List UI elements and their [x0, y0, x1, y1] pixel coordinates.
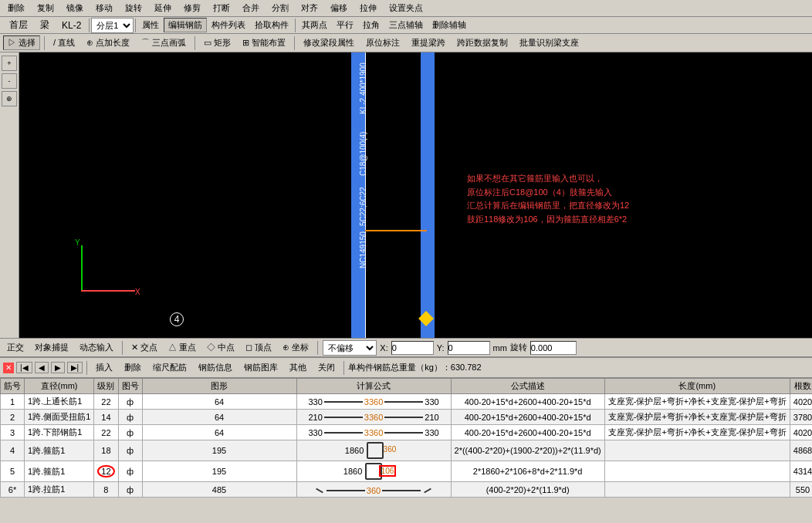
total-weight-label: 单构件钢筋总重量（kg）：630.782: [348, 362, 481, 373]
mirror-btn[interactable]: 镜像: [62, 1, 88, 15]
del-row-btn[interactable]: 删除: [120, 360, 146, 375]
rebar-lib-btn[interactable]: 钢筋图库: [239, 360, 283, 375]
re-span-btn[interactable]: 重提梁跨: [407, 35, 450, 50]
delete-btn[interactable]: 删除: [3, 1, 29, 15]
table-close-btn[interactable]: ✕: [3, 363, 14, 373]
rotate-btn[interactable]: 旋转: [120, 1, 147, 15]
pan-btn[interactable]: ⊕: [2, 91, 17, 106]
cell-name: 1跨.侧面受扭筋1: [25, 410, 94, 425]
nav-prev-btn[interactable]: ◀: [35, 362, 49, 373]
zoom-out-btn[interactable]: -: [2, 73, 17, 89]
cell-level: ф: [118, 410, 142, 425]
snap-btn[interactable]: 对象捕提: [31, 340, 73, 355]
table-row: 1 1跨.上通长筋1 22 ф 64 330 3360 330: [1, 394, 813, 410]
batch-id-btn[interactable]: 批量识别梁支座: [515, 35, 584, 50]
x-input[interactable]: [391, 341, 434, 355]
midpoint-btn[interactable]: △ 重点: [164, 340, 200, 355]
ortho-btn[interactable]: 正交: [3, 340, 28, 355]
cell-diameter: 8: [94, 482, 118, 498]
rebar-info-btn[interactable]: 钢筋信息: [194, 360, 237, 375]
col-length: 长度(mm): [604, 379, 790, 394]
cell-length: 4020: [790, 394, 812, 410]
edit-rebar-btn[interactable]: 编辑钢筋: [164, 18, 207, 32]
other-btn[interactable]: 其他: [285, 360, 311, 375]
dynamic-input-btn[interactable]: 动态输入: [76, 340, 117, 355]
nav-first-btn[interactable]: |◀: [16, 362, 32, 373]
menu-beam[interactable]: 梁: [34, 17, 56, 33]
circle-4: 4: [170, 312, 184, 326]
cell-figno: 195: [142, 440, 296, 461]
member-list-btn[interactable]: 构件列表: [207, 18, 250, 32]
cell-id: 6*: [1, 482, 25, 498]
smart-layout-btn[interactable]: ⊞ 智能布置: [238, 35, 290, 50]
col-count: 根数: [790, 379, 812, 394]
three-arc-btn[interactable]: ⌒ 三点画弧: [137, 35, 191, 50]
close-table-btn[interactable]: 关闭: [313, 360, 340, 375]
setgrip-btn[interactable]: 设置夹点: [384, 1, 428, 15]
col-level: 级别: [94, 379, 118, 394]
table-row: 2 1跨.侧面受扭筋1 14 ф 64 210 3360 210: [1, 410, 813, 425]
modify-span-btn[interactable]: 修改梁段属性: [299, 35, 359, 50]
cell-desc: 支座宽-保护层+弯折+净长+支座宽-保护层+弯折: [604, 425, 790, 440]
beam-stirrup: C18@100(4): [359, 132, 367, 176]
stretch-btn[interactable]: 拉伸: [355, 1, 381, 15]
move-btn[interactable]: 移动: [91, 1, 117, 15]
cell-level: ф: [118, 440, 142, 461]
menu-layer[interactable]: 首层: [3, 17, 34, 33]
zoom-in-btn[interactable]: +: [2, 56, 17, 71]
menu-kl2[interactable]: KL-2: [56, 19, 87, 32]
pull-corner-btn[interactable]: 拉角: [358, 18, 384, 32]
nav-next-btn[interactable]: ▶: [51, 362, 65, 373]
cell-shape: 360: [296, 482, 451, 498]
beam-extra: 5C22;6C22: [359, 187, 367, 226]
point-len-btn[interactable]: ⊕ 点加长度: [82, 35, 134, 50]
insert-btn[interactable]: 插入: [91, 360, 117, 375]
cell-name: 1跨.上通长筋1: [25, 394, 94, 410]
line-btn[interactable]: / 直线: [49, 35, 80, 50]
center-btn[interactable]: ◇ 中点: [203, 340, 239, 355]
select-btn[interactable]: ▷ 选择: [3, 35, 40, 50]
rebar-table: 筋号 直径(mm) 级别 图号 图形 计算公式 公式描述 长度(mm) 根数 搭…: [0, 378, 812, 498]
offset-btn[interactable]: 偏移: [326, 1, 352, 15]
cell-diameter: 22: [94, 425, 118, 440]
copy-btn[interactable]: 复制: [32, 1, 59, 15]
col-desc: 公式描述: [451, 379, 604, 394]
cell-formula: 2*((400-2*20)+(1900-2*20))+2*(11.9*d): [451, 440, 604, 461]
intersect-btn[interactable]: ✕ 交点: [127, 340, 161, 355]
offset-select[interactable]: 不偏移: [323, 340, 377, 356]
cell-name: 1跨.拉筋1: [25, 482, 94, 498]
split-btn[interactable]: 分割: [267, 1, 293, 15]
cell-figno: 64: [142, 410, 296, 425]
two-points-btn[interactable]: 其两点: [297, 18, 332, 32]
pick-member-btn[interactable]: 拾取构件: [250, 18, 293, 32]
col-formula: 计算公式: [296, 379, 451, 394]
del-aux-btn[interactable]: 删除辅轴: [428, 18, 471, 32]
y-input[interactable]: [448, 341, 490, 355]
scale-rebar-btn[interactable]: 缩尺配筋: [148, 360, 191, 375]
align-btn[interactable]: 对齐: [296, 1, 323, 15]
cell-level: ф: [118, 461, 142, 482]
span-copy-btn[interactable]: 跨距数据复制: [452, 35, 513, 50]
parallel-btn[interactable]: 平行: [332, 18, 358, 32]
blue-column-right: [421, 52, 435, 338]
break-btn[interactable]: 打断: [208, 1, 235, 15]
trim-btn[interactable]: 修剪: [179, 1, 205, 15]
vertex-btn[interactable]: ◻ 顶点: [242, 340, 276, 355]
extend-btn[interactable]: 延伸: [150, 1, 176, 15]
col-id: 筋号: [1, 379, 25, 394]
table-row: 4 1跨.箍筋1 18 ф 195 1860 360: [1, 440, 813, 461]
status-bar: 正交 对象捕提 动态输入 ✕ 交点 △ 重点 ◇ 中点 ◻ 顶点 ⊕ 坐标 不偏…: [0, 338, 812, 356]
circled-diameter: 12: [97, 465, 114, 477]
cell-level: ф: [118, 482, 142, 498]
orig-label-btn[interactable]: 原位标注: [361, 35, 404, 50]
merge-btn[interactable]: 合并: [238, 1, 264, 15]
property-btn[interactable]: 属性: [137, 18, 164, 32]
nav-last-btn[interactable]: ▶|: [67, 362, 83, 373]
rotate-input[interactable]: [530, 341, 577, 355]
rect-btn[interactable]: ▭ 矩形: [199, 35, 235, 50]
cell-shape: 210 3360 210: [296, 410, 451, 425]
three-point-aux-btn[interactable]: 三点辅轴: [384, 18, 428, 32]
layer-select[interactable]: 分层1: [91, 18, 134, 33]
coord-btn[interactable]: ⊕ 坐标: [279, 340, 313, 355]
x-label: X: [135, 288, 140, 296]
